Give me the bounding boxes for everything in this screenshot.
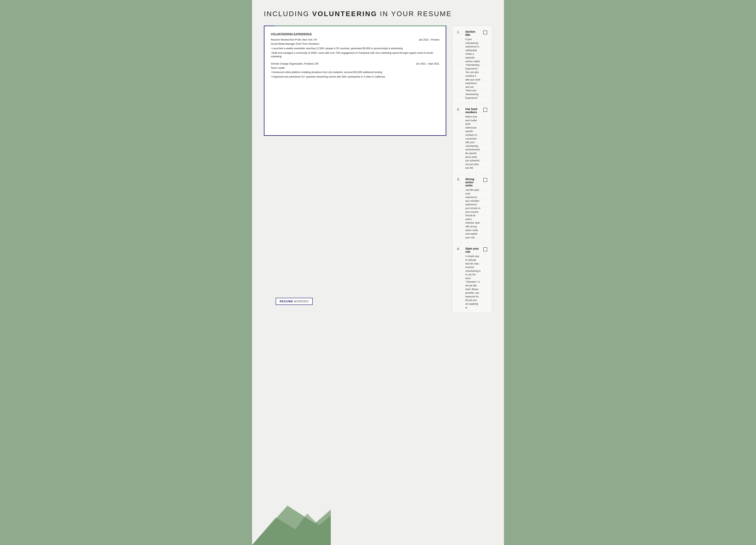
tip-3-number: 3. [457, 178, 463, 181]
resume-job-2-bullet-1: • Introduced online platform enabling do… [271, 70, 439, 74]
tip-3-desc: Just like paid work experience, any volu… [465, 188, 481, 239]
tip-3-checkbox[interactable] [483, 178, 487, 182]
bottom-logo-area: RESUME WORDED [276, 298, 313, 305]
logo-box: RESUME WORDED [276, 298, 313, 305]
tip-item-1: 1. Section title If your volunteering ex… [452, 26, 492, 103]
tip-item-3: 3. Strong action verbs Just like paid wo… [452, 173, 492, 243]
tip-2-checkbox[interactable] [483, 108, 487, 112]
green-bracket [274, 26, 446, 26]
tip-2-title: Use hard numbers [465, 107, 481, 114]
logo-worded: WORDED [294, 300, 309, 303]
resume-job-1-header: Resume Worded Non-Profit, New York, NY J… [271, 38, 439, 42]
tip-1-desc: If your volunteering experience is subst… [465, 38, 481, 100]
tip-1-checkbox[interactable] [483, 31, 487, 34]
resume-job-1: Resume Worded Non-Profit, New York, NY J… [271, 38, 439, 58]
tip-4-desc: A simple way to indicate that the roles … [465, 254, 481, 309]
tip-4-checkbox[interactable] [483, 247, 487, 251]
tip-4-body: State your role A simple way to indicate… [465, 247, 481, 309]
tip-2-body: Use hard numbers Notice how each bullet … [465, 107, 481, 170]
tips-panel: 1. Section title If your volunteering ex… [452, 26, 492, 313]
page-title: INCLUDING VOLUNTEERING IN YOUR RESUME [264, 10, 492, 18]
title-bold: VOLUNTEERING [312, 10, 377, 18]
resume-job-2-date: Jun 2021 - Sept 2021 [416, 62, 439, 66]
mountain-decoration [252, 494, 331, 545]
resume-section-title: VOLUNTEERING EXPERIENCE [271, 32, 439, 36]
resume-job-1-role: Social Media Manager (Part-Time Voluntee… [271, 42, 439, 46]
tip-1-body: Section title If your volunteering exper… [465, 30, 481, 100]
title-prefix: INCLUDING [264, 10, 312, 18]
resume-job-2-bullet-2: • Organized and advertised 10+ quarterly… [271, 75, 439, 79]
tip-1-number: 1. [457, 30, 463, 34]
tip-3-title: Strong action verbs [465, 178, 481, 187]
title-suffix: IN YOUR RESUME [377, 10, 452, 18]
resume-job-1-org: Resume Worded Non-Profit, New York, NY [271, 38, 317, 42]
resume-job-2: Climate Change Organization, Portland, O… [271, 62, 439, 79]
tip-2-desc: Notice how each bullet point references … [465, 115, 481, 170]
tip-item-2: 2. Use hard numbers Notice how each bull… [452, 103, 492, 173]
main-content: VOLUNTEERING EXPERIENCE Resume Worded No… [264, 26, 492, 313]
resume-card: VOLUNTEERING EXPERIENCE Resume Worded No… [264, 26, 446, 136]
resume-job-1-date: Jan 2022 - Present [419, 38, 439, 42]
resume-job-2-role: Team Leader [271, 66, 439, 70]
tip-4-number: 4. [457, 247, 463, 251]
tip-3-body: Strong action verbs Just like paid work … [465, 178, 481, 239]
tip-1-title: Section title [465, 30, 481, 36]
resume-job-1-bullet-2: • Built and managed a community of 2500+… [271, 51, 439, 58]
tip-item-4: 4. State your role A simple way to indic… [452, 243, 492, 313]
tip-4-title: State your role [465, 247, 481, 253]
resume-job-1-bullet-1: • Launched a weekly newsletter reaching … [271, 47, 439, 50]
logo-resume: RESUME [280, 300, 293, 303]
resume-job-2-org: Climate Change Organization, Portland, O… [271, 62, 319, 66]
resume-job-2-header: Climate Change Organization, Portland, O… [271, 62, 439, 66]
tip-2-number: 2. [457, 107, 463, 111]
resume-card-wrapper: VOLUNTEERING EXPERIENCE Resume Worded No… [264, 26, 446, 136]
